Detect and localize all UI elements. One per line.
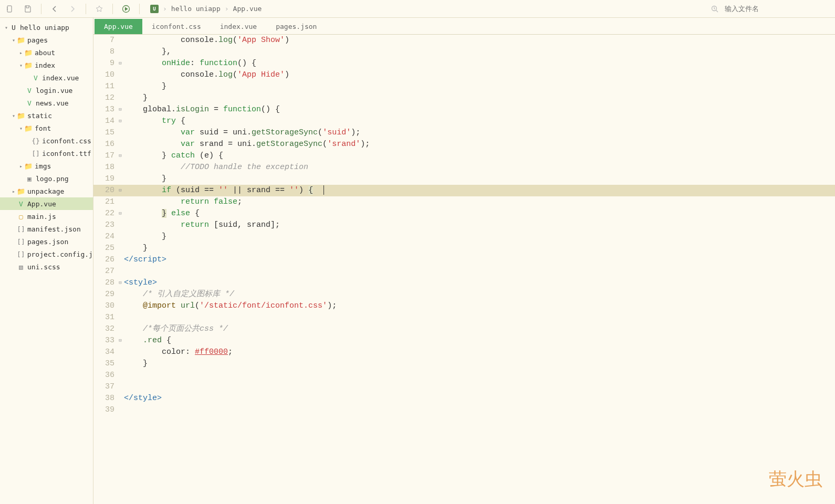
folder-icon: 📁 [24, 49, 33, 57]
vue-file-icon: V [25, 99, 34, 107]
tree-label: about [35, 49, 55, 57]
json-file-icon: [] [17, 238, 25, 246]
tree-file-pages-json[interactable]: []pages.json [0, 235, 93, 248]
folder-icon: 📁 [24, 124, 33, 132]
json-file-icon: [] [17, 250, 25, 258]
vue-file-icon: V [17, 200, 25, 208]
tree-folder-pages[interactable]: ▾📁pages [0, 34, 93, 46]
font-file-icon: [] [32, 150, 40, 158]
tree-label: iconfont.css [42, 137, 91, 145]
separator [41, 4, 41, 14]
tree-root[interactable]: ▾Uhello uniapp [0, 21, 93, 34]
toolbar: U › hello uniapp › App.vue [0, 0, 835, 18]
tree-file-project-config[interactable]: []project.config.json [0, 248, 93, 260]
tree-file-index-vue[interactable]: Vindex.vue [0, 71, 93, 84]
tree-file-login-vue[interactable]: Vlogin.vue [0, 84, 93, 97]
tab-pages-json[interactable]: pages.json [266, 19, 326, 34]
run-icon[interactable] [121, 4, 131, 14]
scss-file-icon: ▧ [17, 263, 25, 271]
tree-label: logo.png [36, 175, 69, 183]
tab-index-vue[interactable]: index.vue [211, 19, 266, 34]
tree-file-app-vue[interactable]: VApp.vue [0, 197, 93, 210]
editor-area: App.vue iconfont.css index.vue pages.jso… [93, 18, 835, 504]
tree-folder-static[interactable]: ▾📁static [0, 109, 93, 122]
folder-icon: 📁 [17, 36, 25, 44]
tree-label: manifest.json [27, 225, 81, 233]
image-file-icon: ▣ [25, 175, 34, 183]
tree-label: login.vue [36, 87, 72, 94]
folder-icon: 📁 [17, 187, 25, 195]
tree-label: project.config.json [27, 250, 93, 258]
vue-file-icon: V [25, 87, 34, 94]
folder-icon: 📁 [24, 61, 33, 69]
breadcrumb-file[interactable]: App.vue [233, 5, 262, 13]
tree-label: unpackage [27, 187, 64, 195]
code-editor[interactable]: 7891011121314151617181920212223242526272… [93, 35, 835, 504]
separator [139, 4, 140, 14]
breadcrumb-project[interactable]: hello uniapp [171, 5, 221, 13]
separator [112, 4, 113, 14]
tree-folder-unpackage[interactable]: ▸📁unpackage [0, 185, 93, 197]
tree-label: main.js [27, 213, 56, 220]
tree-file-logo-png[interactable]: ▣logo.png [0, 172, 93, 185]
css-file-icon: {} [32, 137, 40, 145]
tab-iconfont-css[interactable]: iconfont.css [142, 19, 211, 34]
search-area [710, 4, 830, 14]
tree-file-news-vue[interactable]: Vnews.vue [0, 97, 93, 109]
tree-label: hello uniapp [20, 24, 69, 32]
tree-folder-about[interactable]: ▸📁about [0, 46, 93, 59]
chevron-right-icon: › [163, 5, 167, 13]
tree-label: font [35, 124, 51, 132]
tree-file-iconfont-css[interactable]: {}iconfont.css [0, 134, 93, 147]
folder-icon: 📁 [17, 112, 25, 120]
search-icon[interactable] [710, 4, 719, 14]
tree-label: index [35, 61, 55, 69]
line-number-gutter: 7891011121314151617181920212223242526272… [93, 35, 117, 504]
json-file-icon: [] [17, 225, 25, 233]
code-lines: console.log('App Show') }, onHide: funct… [124, 35, 835, 504]
star-icon[interactable] [95, 4, 104, 14]
tree-label: uni.scss [27, 263, 60, 271]
tree-file-main-js[interactable]: ▢main.js [0, 210, 93, 223]
tree-label: imgs [35, 162, 51, 170]
tree-label: index.vue [42, 74, 79, 82]
tree-file-manifest-json[interactable]: []manifest.json [0, 223, 93, 235]
chevron-right-icon: › [225, 5, 229, 13]
tree-label: news.vue [36, 99, 69, 107]
tree-label: static [27, 112, 52, 120]
js-file-icon: ▢ [17, 213, 25, 220]
tree-label: iconfont.ttf [42, 150, 91, 158]
save-icon[interactable] [23, 4, 33, 14]
editor-tabs: App.vue iconfont.css index.vue pages.jso… [93, 18, 835, 35]
vue-file-icon: V [32, 74, 40, 82]
file-search-input[interactable] [725, 5, 830, 13]
tab-app-vue[interactable]: App.vue [95, 19, 142, 34]
tree-file-uni-scss[interactable]: ▧uni.scss [0, 260, 93, 273]
tree-folder-index[interactable]: ▾📁index [0, 59, 93, 71]
back-icon[interactable] [50, 4, 59, 14]
breadcrumb: U › hello uniapp › App.vue [150, 5, 262, 13]
device-icon[interactable] [5, 4, 15, 14]
tree-folder-font[interactable]: ▾📁font [0, 122, 93, 134]
separator [86, 4, 86, 14]
forward-icon[interactable] [68, 4, 77, 14]
tree-folder-imgs[interactable]: ▸📁imgs [0, 160, 93, 172]
project-badge-icon: U [150, 5, 159, 13]
tree-label: pages [27, 36, 48, 44]
tree-label: pages.json [27, 238, 68, 246]
svg-rect-0 [7, 6, 12, 12]
tree-label: App.vue [27, 200, 56, 208]
folder-icon: 📁 [24, 162, 33, 170]
tree-file-iconfont-ttf[interactable]: []iconfont.ttf [0, 147, 93, 160]
fold-column: ⊟⊟⊟⊟⊟⊟⊟⊟ [117, 35, 124, 504]
file-explorer: ▾Uhello uniapp ▾📁pages ▸📁about ▾📁index V… [0, 18, 93, 504]
project-badge-icon: U [9, 24, 18, 32]
